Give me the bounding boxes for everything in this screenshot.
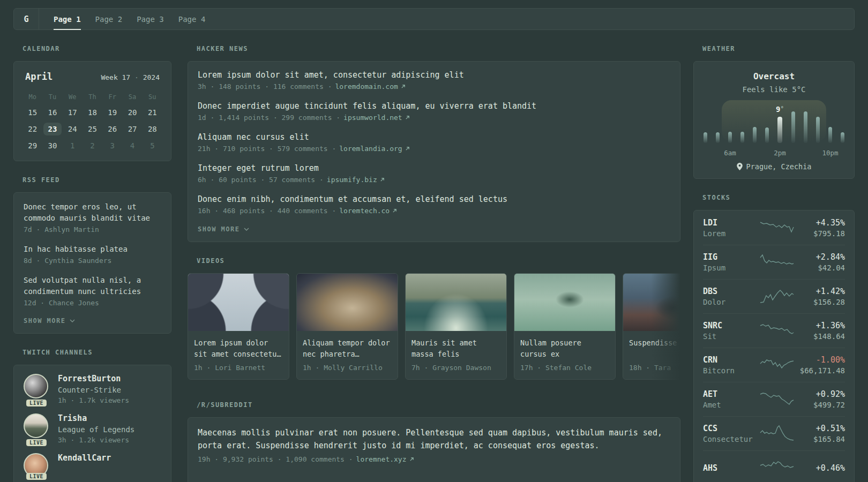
twitch-widget: LIVEForrestBurtonCounter-Strike1h · 1.7k…	[13, 365, 171, 482]
tab-page-4[interactable]: Page 4	[178, 9, 206, 29]
domain-text: loremlandia.org	[339, 145, 402, 153]
calendar-day[interactable]: 4	[122, 139, 142, 152]
stock-change: +4.35%	[794, 218, 845, 228]
hackernews-item-meta: 6h · 60 points · 57 comments ·ipsumify.b…	[198, 176, 670, 184]
stock-row[interactable]: SNRCSit+1.36%$148.64	[703, 314, 845, 348]
stock-sparkline	[760, 253, 794, 272]
stock-name: Consectetur	[703, 435, 760, 443]
hackernews-item-title[interactable]: Donec enim nibh, condimentum et accumsan…	[198, 194, 670, 204]
video-card[interactable]: Aliquam tempor dolor nec pharetra…1h · M…	[296, 273, 398, 380]
subreddit-post-domain-link[interactable]: loremnet.xyz	[356, 455, 414, 463]
stock-sparkline	[760, 356, 794, 374]
calendar-day[interactable]: 27	[122, 123, 142, 135]
external-link-icon	[380, 177, 385, 182]
calendar-day[interactable]: 22	[23, 123, 42, 135]
stock-row[interactable]: CCSConsectetur+0.51%$165.84	[703, 417, 845, 451]
calendar-day[interactable]: 25	[83, 123, 102, 135]
calendar-day[interactable]: 15	[23, 106, 42, 119]
stock-ticker: AHS	[703, 463, 760, 473]
calendar-day[interactable]: 18	[83, 106, 102, 119]
twitch-channel-name[interactable]: KendallCarr	[58, 453, 111, 463]
weather-feels-like: Feels like 5°C	[702, 85, 845, 94]
rss-item-title[interactable]: Sed volutpat nulla nisl, a condimentum n…	[24, 275, 161, 297]
subreddit-post-meta: 19h · 9,932 points · 1,090 comments ·lor…	[198, 455, 670, 463]
stock-row[interactable]: LDILorem+4.35%$795.18	[703, 211, 845, 245]
video-card[interactable]: Mauris sit amet massa felis7h · Grayson …	[405, 273, 507, 380]
twitch-section-label: TWITCH CHANNELS	[23, 349, 171, 356]
rss-item: Donec tempor eros leo, ut commodo mauris…	[24, 201, 161, 234]
tab-page-1[interactable]: Page 1	[54, 9, 81, 29]
calendar-day[interactable]: 29	[23, 139, 42, 152]
hackernews-show-more-button[interactable]: SHOW MORE	[198, 225, 670, 233]
app-logo[interactable]: G	[14, 9, 39, 29]
calendar-day[interactable]: 1	[63, 139, 83, 152]
hackernews-item-domain-link[interactable]: loremlandia.org	[339, 145, 409, 153]
stock-row[interactable]: CRNBitcorn-1.00%$66,171.48	[703, 348, 845, 382]
calendar-widget: April Week 17 · 2024 MoTuWeThFrSaSu15161…	[13, 61, 171, 161]
stock-row[interactable]: AETAmet+0.92%$499.72	[703, 382, 845, 417]
middle-column: HACKER NEWS Lorem ipsum dolor sit amet, …	[188, 37, 680, 482]
weather-bar	[828, 127, 832, 143]
twitch-channel-name[interactable]: ForrestBurton	[58, 374, 129, 383]
avatar[interactable]	[24, 413, 48, 438]
calendar-day[interactable]: 16	[42, 106, 62, 119]
twitch-channel-info: ForrestBurtonCounter-Strike1h · 1.7k vie…	[58, 374, 129, 404]
video-meta: 1h · Lori Barnett	[194, 364, 283, 372]
hackernews-item-meta: 21h · 710 points · 579 comments ·loremla…	[198, 145, 670, 153]
sparkline-chart-icon	[760, 425, 794, 441]
stock-row[interactable]: DBSDolor+1.42%$156.28	[703, 280, 845, 314]
rss-show-more-button[interactable]: SHOW MORE	[24, 317, 161, 325]
calendar-day[interactable]: 28	[143, 123, 162, 135]
stock-identity: LDILorem	[703, 218, 760, 238]
avatar[interactable]	[24, 374, 48, 398]
hackernews-item-domain-link[interactable]: loremtech.co	[339, 207, 397, 215]
hackernews-item-domain-link[interactable]: loremdomain.com	[335, 82, 405, 91]
calendar-day[interactable]: 5	[143, 139, 162, 152]
hackernews-item-title[interactable]: Integer eget rutrum lorem	[198, 163, 670, 173]
calendar-day[interactable]: 2	[83, 139, 102, 152]
calendar-day[interactable]: 30	[42, 139, 62, 152]
stock-sparkline	[760, 288, 794, 306]
video-card[interactable]: Lorem ipsum dolor sit amet consectetu…1h…	[188, 273, 289, 380]
hackernews-item-domain-link[interactable]: ipsumify.biz	[327, 176, 385, 184]
sparkline-chart-icon	[760, 322, 794, 338]
twitch-channel-name[interactable]: Trisha	[58, 413, 134, 423]
stock-identity: IIGIpsum	[703, 252, 760, 272]
left-column: CALENDAR April Week 17 · 2024 MoTuWeThFr…	[13, 37, 171, 482]
domain-text: loremdomain.com	[335, 82, 398, 91]
calendar-day[interactable]: 24	[63, 123, 83, 135]
calendar-day[interactable]: 19	[102, 106, 122, 119]
hackernews-item-domain-link[interactable]: ipsumworld.net	[343, 114, 410, 122]
hackernews-item-title[interactable]: Aliquam nec cursus elit	[198, 132, 670, 142]
calendar-day[interactable]: 17	[63, 106, 83, 119]
stock-name: Lorem	[703, 229, 760, 238]
calendar-day[interactable]: 20	[122, 106, 142, 119]
hackernews-widget: Lorem ipsum dolor sit amet, consectetur …	[188, 61, 680, 242]
weather-bar	[740, 132, 744, 143]
hackernews-item-title[interactable]: Donec imperdiet augue tincidunt felis al…	[198, 101, 670, 111]
sparkline-chart-icon	[760, 253, 794, 269]
video-title[interactable]: Mauris sit amet massa felis	[411, 337, 500, 360]
calendar-day-selected[interactable]: 23	[43, 123, 62, 135]
tab-page-3[interactable]: Page 3	[137, 9, 164, 29]
calendar-day[interactable]: 3	[102, 139, 122, 152]
video-title[interactable]: Nullam posuere cursus ex	[520, 337, 609, 360]
calendar-week-year: Week 17 · 2024	[101, 73, 160, 81]
stock-identity: DBSDolor	[703, 287, 760, 306]
twitch-channel-game: Counter-Strike	[58, 386, 129, 394]
video-title[interactable]: Lorem ipsum dolor sit amet consectetu…	[194, 337, 283, 360]
video-card[interactable]: Nullam posuere cursus ex17h · Stefan Col…	[514, 273, 616, 380]
stock-ticker: CRN	[703, 355, 760, 365]
subreddit-post-title[interactable]: Maecenas mollis pulvinar erat non posuer…	[198, 426, 670, 452]
calendar-day[interactable]: 21	[143, 106, 162, 119]
calendar-day[interactable]: 26	[102, 123, 122, 135]
tab-page-2[interactable]: Page 2	[95, 9, 123, 29]
video-meta: 17h · Stefan Cole	[520, 364, 609, 372]
stock-row[interactable]: IIGIpsum+2.84%$42.04	[703, 245, 845, 280]
rss-item-title[interactable]: Donec tempor eros leo, ut commodo mauris…	[24, 201, 161, 224]
rss-item-title[interactable]: In hac habitasse platea	[24, 244, 161, 255]
weather-widget: Overcast Feels like 5°C 6am2pm10pm9° Pra…	[693, 61, 855, 179]
stock-row[interactable]: AHS+0.46%	[703, 451, 845, 482]
video-title[interactable]: Aliquam tempor dolor nec pharetra…	[303, 337, 392, 360]
hackernews-item-title[interactable]: Lorem ipsum dolor sit amet, consectetur …	[198, 70, 670, 80]
